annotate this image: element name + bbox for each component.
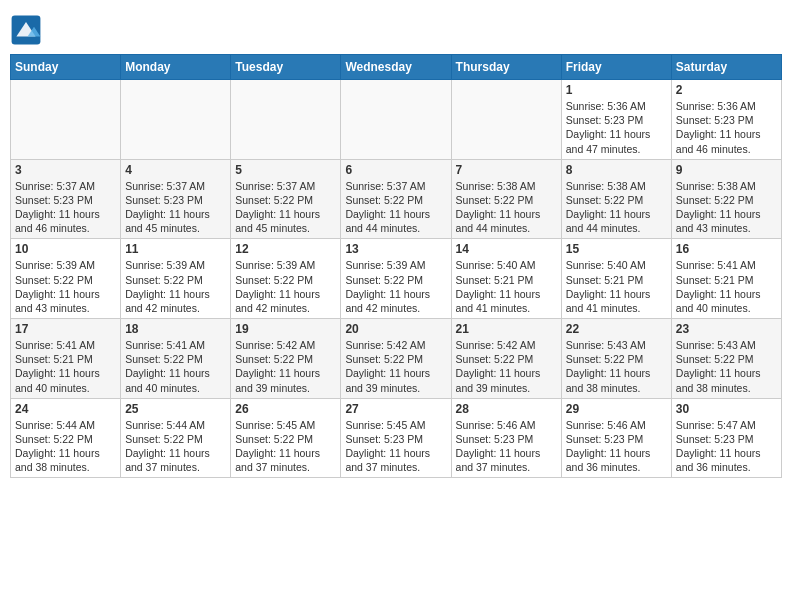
calendar-cell: 5Sunrise: 5:37 AM Sunset: 5:22 PM Daylig… [231,159,341,239]
day-header-monday: Monday [121,55,231,80]
day-header-thursday: Thursday [451,55,561,80]
day-info: Sunrise: 5:37 AM Sunset: 5:22 PM Dayligh… [345,179,446,236]
day-number: 9 [676,163,777,177]
calendar-cell [451,80,561,160]
day-info: Sunrise: 5:38 AM Sunset: 5:22 PM Dayligh… [456,179,557,236]
day-info: Sunrise: 5:36 AM Sunset: 5:23 PM Dayligh… [566,99,667,156]
calendar-table: SundayMondayTuesdayWednesdayThursdayFrid… [10,54,782,478]
day-header-wednesday: Wednesday [341,55,451,80]
day-number: 23 [676,322,777,336]
day-info: Sunrise: 5:39 AM Sunset: 5:22 PM Dayligh… [125,258,226,315]
calendar-cell: 18Sunrise: 5:41 AM Sunset: 5:22 PM Dayli… [121,319,231,399]
calendar-cell: 9Sunrise: 5:38 AM Sunset: 5:22 PM Daylig… [671,159,781,239]
calendar-cell: 1Sunrise: 5:36 AM Sunset: 5:23 PM Daylig… [561,80,671,160]
calendar-cell: 28Sunrise: 5:46 AM Sunset: 5:23 PM Dayli… [451,398,561,478]
day-info: Sunrise: 5:36 AM Sunset: 5:23 PM Dayligh… [676,99,777,156]
calendar-cell: 3Sunrise: 5:37 AM Sunset: 5:23 PM Daylig… [11,159,121,239]
day-header-friday: Friday [561,55,671,80]
day-info: Sunrise: 5:43 AM Sunset: 5:22 PM Dayligh… [566,338,667,395]
day-info: Sunrise: 5:47 AM Sunset: 5:23 PM Dayligh… [676,418,777,475]
calendar-cell: 19Sunrise: 5:42 AM Sunset: 5:22 PM Dayli… [231,319,341,399]
day-number: 26 [235,402,336,416]
day-number: 30 [676,402,777,416]
day-info: Sunrise: 5:44 AM Sunset: 5:22 PM Dayligh… [125,418,226,475]
day-info: Sunrise: 5:37 AM Sunset: 5:22 PM Dayligh… [235,179,336,236]
calendar-cell: 16Sunrise: 5:41 AM Sunset: 5:21 PM Dayli… [671,239,781,319]
calendar-cell [341,80,451,160]
day-number: 18 [125,322,226,336]
day-info: Sunrise: 5:40 AM Sunset: 5:21 PM Dayligh… [566,258,667,315]
day-number: 17 [15,322,116,336]
day-number: 13 [345,242,446,256]
calendar-cell: 27Sunrise: 5:45 AM Sunset: 5:23 PM Dayli… [341,398,451,478]
calendar-header-row: SundayMondayTuesdayWednesdayThursdayFrid… [11,55,782,80]
day-number: 19 [235,322,336,336]
calendar-cell: 15Sunrise: 5:40 AM Sunset: 5:21 PM Dayli… [561,239,671,319]
day-info: Sunrise: 5:45 AM Sunset: 5:22 PM Dayligh… [235,418,336,475]
calendar-cell: 7Sunrise: 5:38 AM Sunset: 5:22 PM Daylig… [451,159,561,239]
day-number: 7 [456,163,557,177]
day-number: 24 [15,402,116,416]
day-number: 20 [345,322,446,336]
day-number: 29 [566,402,667,416]
day-info: Sunrise: 5:39 AM Sunset: 5:22 PM Dayligh… [15,258,116,315]
calendar-cell [121,80,231,160]
calendar-cell: 23Sunrise: 5:43 AM Sunset: 5:22 PM Dayli… [671,319,781,399]
day-number: 25 [125,402,226,416]
day-info: Sunrise: 5:39 AM Sunset: 5:22 PM Dayligh… [345,258,446,315]
day-number: 5 [235,163,336,177]
day-number: 1 [566,83,667,97]
calendar-cell: 8Sunrise: 5:38 AM Sunset: 5:22 PM Daylig… [561,159,671,239]
calendar-cell [11,80,121,160]
calendar-cell: 14Sunrise: 5:40 AM Sunset: 5:21 PM Dayli… [451,239,561,319]
day-number: 2 [676,83,777,97]
calendar-cell: 13Sunrise: 5:39 AM Sunset: 5:22 PM Dayli… [341,239,451,319]
day-info: Sunrise: 5:38 AM Sunset: 5:22 PM Dayligh… [566,179,667,236]
calendar-cell: 24Sunrise: 5:44 AM Sunset: 5:22 PM Dayli… [11,398,121,478]
calendar-cell: 26Sunrise: 5:45 AM Sunset: 5:22 PM Dayli… [231,398,341,478]
day-info: Sunrise: 5:42 AM Sunset: 5:22 PM Dayligh… [235,338,336,395]
day-number: 6 [345,163,446,177]
day-info: Sunrise: 5:42 AM Sunset: 5:22 PM Dayligh… [456,338,557,395]
calendar-cell: 20Sunrise: 5:42 AM Sunset: 5:22 PM Dayli… [341,319,451,399]
calendar-cell: 17Sunrise: 5:41 AM Sunset: 5:21 PM Dayli… [11,319,121,399]
day-number: 21 [456,322,557,336]
calendar-cell: 6Sunrise: 5:37 AM Sunset: 5:22 PM Daylig… [341,159,451,239]
day-info: Sunrise: 5:46 AM Sunset: 5:23 PM Dayligh… [456,418,557,475]
day-info: Sunrise: 5:45 AM Sunset: 5:23 PM Dayligh… [345,418,446,475]
day-info: Sunrise: 5:37 AM Sunset: 5:23 PM Dayligh… [125,179,226,236]
calendar-cell: 30Sunrise: 5:47 AM Sunset: 5:23 PM Dayli… [671,398,781,478]
calendar-week-4: 17Sunrise: 5:41 AM Sunset: 5:21 PM Dayli… [11,319,782,399]
day-info: Sunrise: 5:41 AM Sunset: 5:21 PM Dayligh… [15,338,116,395]
day-number: 3 [15,163,116,177]
calendar-cell: 4Sunrise: 5:37 AM Sunset: 5:23 PM Daylig… [121,159,231,239]
calendar-cell: 11Sunrise: 5:39 AM Sunset: 5:22 PM Dayli… [121,239,231,319]
day-number: 4 [125,163,226,177]
logo-icon [10,14,42,46]
day-info: Sunrise: 5:41 AM Sunset: 5:21 PM Dayligh… [676,258,777,315]
day-number: 22 [566,322,667,336]
calendar-cell: 22Sunrise: 5:43 AM Sunset: 5:22 PM Dayli… [561,319,671,399]
day-info: Sunrise: 5:39 AM Sunset: 5:22 PM Dayligh… [235,258,336,315]
day-info: Sunrise: 5:38 AM Sunset: 5:22 PM Dayligh… [676,179,777,236]
day-number: 28 [456,402,557,416]
day-info: Sunrise: 5:37 AM Sunset: 5:23 PM Dayligh… [15,179,116,236]
day-header-tuesday: Tuesday [231,55,341,80]
calendar-week-2: 3Sunrise: 5:37 AM Sunset: 5:23 PM Daylig… [11,159,782,239]
logo [10,14,46,46]
day-number: 10 [15,242,116,256]
calendar-cell: 12Sunrise: 5:39 AM Sunset: 5:22 PM Dayli… [231,239,341,319]
day-number: 16 [676,242,777,256]
day-info: Sunrise: 5:40 AM Sunset: 5:21 PM Dayligh… [456,258,557,315]
calendar-cell: 10Sunrise: 5:39 AM Sunset: 5:22 PM Dayli… [11,239,121,319]
page-header [10,10,782,46]
calendar-week-3: 10Sunrise: 5:39 AM Sunset: 5:22 PM Dayli… [11,239,782,319]
calendar-cell: 25Sunrise: 5:44 AM Sunset: 5:22 PM Dayli… [121,398,231,478]
calendar-cell: 2Sunrise: 5:36 AM Sunset: 5:23 PM Daylig… [671,80,781,160]
day-number: 12 [235,242,336,256]
calendar-week-1: 1Sunrise: 5:36 AM Sunset: 5:23 PM Daylig… [11,80,782,160]
day-number: 27 [345,402,446,416]
day-info: Sunrise: 5:41 AM Sunset: 5:22 PM Dayligh… [125,338,226,395]
day-info: Sunrise: 5:44 AM Sunset: 5:22 PM Dayligh… [15,418,116,475]
day-header-saturday: Saturday [671,55,781,80]
